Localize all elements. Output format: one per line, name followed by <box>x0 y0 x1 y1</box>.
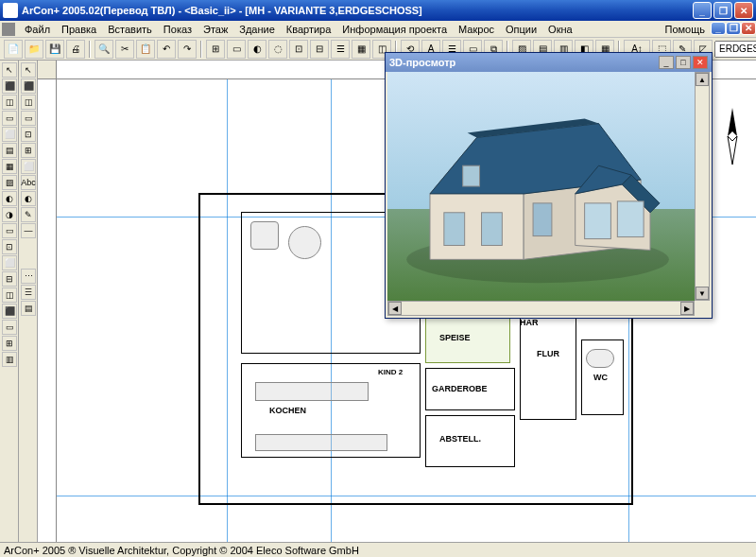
side2-pointer-icon[interactable]: ↖ <box>21 62 36 78</box>
side2-tool-icon[interactable]: ⬜ <box>21 159 36 174</box>
side-tool-icon[interactable]: ▦ <box>2 159 17 174</box>
app-icon <box>3 3 18 18</box>
tool-open-icon[interactable]: 📁 <box>25 40 43 59</box>
room-label-garderobe: GARDEROBE <box>432 384 488 393</box>
tool-new-icon[interactable]: 📄 <box>4 40 23 59</box>
tool-icon[interactable]: ☰ <box>331 40 350 59</box>
tool-zoom-icon[interactable]: 🔍 <box>94 40 113 59</box>
tool-icon[interactable]: ◌ <box>268 40 287 59</box>
side2-tool-icon[interactable]: ◐ <box>21 191 36 206</box>
menu-windows[interactable]: Окна <box>542 22 578 37</box>
scroll-down-icon[interactable]: ▼ <box>696 287 709 300</box>
menu-file[interactable]: Файл <box>19 22 56 37</box>
menu-floor[interactable]: Этаж <box>198 22 233 37</box>
room-label-kochen: KOCHEN <box>269 406 306 415</box>
tool-grid-icon[interactable]: ⊞ <box>206 40 225 59</box>
side-tool-icon[interactable]: ⬜ <box>2 127 17 142</box>
side-pointer-icon[interactable]: ↖ <box>2 62 17 78</box>
side-tool-icon[interactable]: ⊟ <box>2 271 17 287</box>
window-controls: _ ❐ ✕ <box>693 2 753 19</box>
side-tool-icon[interactable]: ⬜ <box>2 255 17 270</box>
side-wall-icon[interactable]: ⬛ <box>2 78 17 94</box>
menu-building[interactable]: Здание <box>233 22 281 37</box>
menu-edit[interactable]: Правка <box>56 22 102 37</box>
svg-rect-14 <box>585 203 611 239</box>
preview-window[interactable]: 3D-просмотр _ □ ✕ <box>385 52 713 319</box>
side2-line-icon[interactable]: — <box>21 223 36 238</box>
tool-icon[interactable]: ▦ <box>352 40 370 59</box>
svg-marker-0 <box>728 108 737 136</box>
side-tool-icon[interactable]: ⊞ <box>2 336 17 351</box>
left-toolbar-1: ↖ ⬛ ◫ ▭ ⬜ ▤ ▦ ▨ ◐ ◑ ▭ ⊡ ⬜ ⊟ ◫ ⬛ ▭ ⊞ ▥ <box>0 61 19 542</box>
side-tool-icon[interactable]: ▨ <box>2 175 17 190</box>
scroll-right-icon[interactable]: ▶ <box>680 302 694 315</box>
side2-tool-icon[interactable]: ◫ <box>21 95 36 110</box>
side2-tool-icon[interactable]: ⋯ <box>21 269 36 284</box>
room-label-speise: SPEISE <box>439 333 471 342</box>
side2-tool-icon[interactable]: ⊡ <box>21 127 36 142</box>
mdi-restore[interactable]: ❐ <box>726 22 741 35</box>
side-tool-icon[interactable]: ⊡ <box>2 239 17 254</box>
preview-minimize-button[interactable]: _ <box>659 56 674 69</box>
tool-save-icon[interactable]: 💾 <box>45 40 64 59</box>
side-tool-icon[interactable]: ▭ <box>2 320 17 335</box>
window-title: ArCon+ 2005.02(Перевод ТВЛ) - <Basic_ii>… <box>22 5 693 16</box>
tool-icon[interactable]: ⊡ <box>289 40 308 59</box>
menu-apartment[interactable]: Квартира <box>281 22 337 37</box>
menu-options[interactable]: Опции <box>500 22 542 37</box>
side2-tool-icon[interactable]: ⊞ <box>21 143 36 158</box>
mdi-minimize[interactable]: _ <box>711 22 726 35</box>
side-tool-icon[interactable]: ◐ <box>2 191 17 206</box>
tool-cut-icon[interactable]: ✂ <box>115 40 134 59</box>
room-label-har: HAR <box>520 318 539 327</box>
restore-button[interactable]: ❐ <box>713 2 732 19</box>
side2-tool-icon[interactable]: ▭ <box>21 111 36 126</box>
preview-close-button[interactable]: ✕ <box>693 56 708 69</box>
side-door-icon[interactable]: ◫ <box>2 95 17 110</box>
room-label-kind2: KIND 2 <box>378 368 403 376</box>
side2-pen-icon[interactable]: ✎ <box>21 207 36 222</box>
side-tool-icon[interactable]: ▤ <box>2 143 17 158</box>
menu-macro[interactable]: Макрос <box>453 22 500 37</box>
preview-title: 3D-просмотр <box>389 57 659 68</box>
preview-scrollbar-vertical[interactable]: ▲ ▼ <box>695 72 710 301</box>
side2-tool-icon[interactable]: ▤ <box>21 301 36 316</box>
tool-icon[interactable]: ⊟ <box>310 40 329 59</box>
side2-tool-icon[interactable]: ⬛ <box>21 78 36 94</box>
svg-rect-11 <box>482 213 503 246</box>
menu-project-info[interactable]: Информация проекта <box>336 22 453 37</box>
floor-selector[interactable]: ERDGESCHOSS <box>714 41 756 58</box>
tool-paste-icon[interactable]: 📋 <box>136 40 155 59</box>
house-3d-render <box>387 72 695 301</box>
side-tool-icon[interactable]: ◑ <box>2 207 17 222</box>
ruler-vertical[interactable] <box>38 79 57 542</box>
scroll-up-icon[interactable]: ▲ <box>696 73 709 86</box>
side2-tool-icon[interactable]: ☰ <box>21 285 36 300</box>
preview-scrollbar-horizontal[interactable]: ◀ ▶ <box>387 301 695 316</box>
mdi-close[interactable]: ✕ <box>741 22 756 35</box>
svg-rect-10 <box>444 213 465 246</box>
toolbar-sep <box>89 41 91 58</box>
preview-titlebar[interactable]: 3D-просмотр _ □ ✕ <box>386 53 712 72</box>
tool-undo-icon[interactable]: ↶ <box>157 40 176 59</box>
side-tool-icon[interactable]: ▥ <box>2 352 17 367</box>
side-tool-icon[interactable]: ◫ <box>2 287 17 303</box>
tool-redo-icon[interactable]: ↷ <box>178 40 197 59</box>
titlebar: ArCon+ 2005.02(Перевод ТВЛ) - <Basic_ii>… <box>0 0 756 21</box>
side-tool-icon[interactable]: ⬛ <box>2 304 17 319</box>
side2-text-icon[interactable]: Abc <box>21 175 36 190</box>
preview-3d-viewport[interactable] <box>387 72 695 301</box>
tool-rect-icon[interactable]: ▭ <box>227 40 246 59</box>
svg-rect-12 <box>463 165 480 186</box>
close-button[interactable]: ✕ <box>734 2 753 19</box>
preview-maximize-button[interactable]: □ <box>676 56 691 69</box>
side-tool-icon[interactable]: ▭ <box>2 223 17 238</box>
scroll-left-icon[interactable]: ◀ <box>388 302 402 315</box>
side-window-icon[interactable]: ▭ <box>2 111 17 126</box>
tool-icon[interactable]: ◐ <box>248 40 266 59</box>
menu-insert[interactable]: Вставить <box>102 22 158 37</box>
minimize-button[interactable]: _ <box>693 2 712 19</box>
menu-view[interactable]: Показ <box>158 22 198 37</box>
menu-help[interactable]: Помощь <box>660 22 712 37</box>
tool-print-icon[interactable]: 🖨 <box>66 40 85 59</box>
